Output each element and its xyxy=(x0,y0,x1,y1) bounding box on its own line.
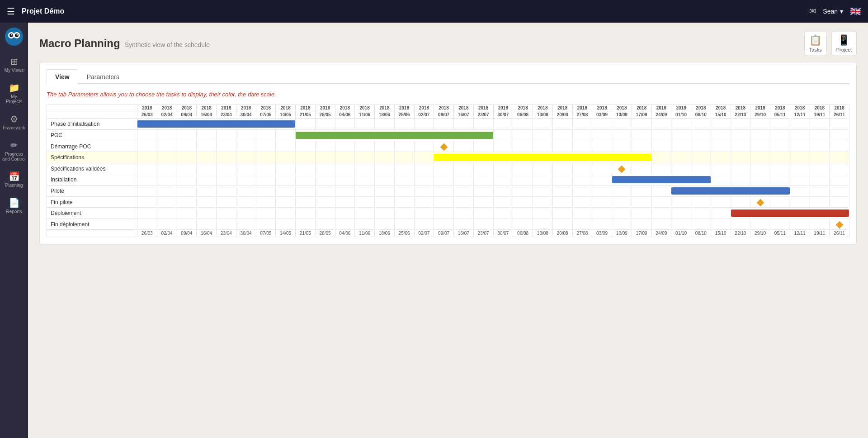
gantt-cell xyxy=(454,141,474,152)
tab-view[interactable]: View xyxy=(47,69,78,84)
gantt-cell xyxy=(177,197,197,208)
gantt-cell xyxy=(335,152,355,163)
gantt-cell xyxy=(592,141,612,152)
gantt-cell xyxy=(454,186,474,197)
gantt-cell xyxy=(473,163,493,174)
gantt-cell xyxy=(394,197,414,208)
gantt-cell xyxy=(671,208,691,219)
task-label: Installation xyxy=(47,174,137,186)
gantt-cell xyxy=(671,119,691,130)
gantt-cell xyxy=(434,119,454,130)
gantt-cell xyxy=(315,219,335,230)
gantt-cell xyxy=(137,163,157,174)
table-row: Spécifications validées xyxy=(47,163,849,174)
app-logo xyxy=(5,27,24,48)
gantt-cell xyxy=(731,208,849,219)
gantt-cell xyxy=(651,197,671,208)
gantt-cell xyxy=(651,130,671,141)
gantt-cell xyxy=(137,197,157,208)
gantt-cell xyxy=(592,130,612,141)
gantt-cell xyxy=(750,130,770,141)
gantt-cell xyxy=(414,208,434,219)
gantt-cell xyxy=(137,130,157,141)
gantt-cell xyxy=(296,219,316,230)
gantt-cell xyxy=(157,219,177,230)
gantt-cell xyxy=(197,130,217,141)
gantt-cell xyxy=(691,197,711,208)
gantt-cell xyxy=(473,208,493,219)
gantt-cell xyxy=(394,152,414,163)
gantt-cell xyxy=(434,219,454,230)
gantt-cell xyxy=(335,219,355,230)
gantt-cell xyxy=(572,174,592,186)
gantt-cell xyxy=(770,141,790,152)
gantt-cell xyxy=(572,119,592,130)
gantt-cell xyxy=(632,197,651,208)
gantt-cell xyxy=(711,163,731,174)
language-flag[interactable]: 🇬🇧 xyxy=(850,6,861,17)
gantt-cell xyxy=(731,174,750,186)
gantt-cell xyxy=(810,141,830,152)
gantt-cell xyxy=(770,163,790,174)
gantt-cell xyxy=(236,186,256,197)
tasks-button[interactable]: 📋 Tasks xyxy=(804,32,827,55)
gantt-cell xyxy=(375,163,395,174)
gantt-cell xyxy=(513,163,533,174)
gantt-cell xyxy=(197,152,217,163)
gantt-cell xyxy=(434,208,454,219)
gantt-cell xyxy=(750,119,770,130)
gantt-cell xyxy=(770,119,790,130)
mail-icon[interactable]: ✉ xyxy=(809,6,816,16)
sidebar-item-my-projects[interactable]: 📁 My Projects xyxy=(0,79,28,108)
gantt-cell xyxy=(315,163,335,174)
gantt-cell xyxy=(315,141,335,152)
gantt-cell xyxy=(335,174,355,186)
task-label: Spécifications xyxy=(47,152,137,163)
gantt-cell xyxy=(177,141,197,152)
gantt-cell xyxy=(731,219,750,230)
gantt-cell xyxy=(157,197,177,208)
project-button[interactable]: 📱 Project xyxy=(831,32,857,55)
gantt-cell xyxy=(315,119,335,130)
gantt-cell xyxy=(711,197,731,208)
gantt-cell xyxy=(394,141,414,152)
gantt-cell xyxy=(533,186,553,197)
hamburger-icon[interactable]: ☰ xyxy=(7,6,15,17)
gantt-cell xyxy=(731,197,750,208)
gantt-cell xyxy=(810,186,830,197)
gantt-cell xyxy=(394,119,414,130)
tasks-icon: 📋 xyxy=(809,34,821,46)
gantt-cell xyxy=(236,130,256,141)
gantt-cell xyxy=(592,174,612,186)
gantt-cell xyxy=(790,119,810,130)
gantt-cell xyxy=(355,197,375,208)
gantt-cell xyxy=(592,186,612,197)
folder-icon: 📁 xyxy=(9,82,20,93)
user-menu[interactable]: Sean ▾ xyxy=(823,8,843,15)
gantt-cell xyxy=(671,197,691,208)
sidebar-item-framework[interactable]: ⚙ Framework xyxy=(0,110,28,134)
gantt-cell xyxy=(335,163,355,174)
gantt-cell xyxy=(335,197,355,208)
sidebar-item-progress-control[interactable]: ✏ Progress and Control xyxy=(0,136,28,165)
gantt-cell xyxy=(533,163,553,174)
gantt-cell xyxy=(197,219,217,230)
gantt-cell xyxy=(572,219,592,230)
gantt-cell xyxy=(355,152,375,163)
tasks-label: Tasks xyxy=(809,47,822,52)
gantt-cell xyxy=(750,163,770,174)
sidebar-item-planning[interactable]: 📅 Planning xyxy=(0,167,28,191)
gantt-cell xyxy=(612,197,632,208)
user-name: Sean xyxy=(823,8,838,15)
main-content: Macro Planning Synthetic view of the sch… xyxy=(28,23,868,438)
gantt-cell xyxy=(750,174,770,186)
gantt-cell xyxy=(830,197,849,208)
gantt-cell xyxy=(612,208,632,219)
gantt-cell xyxy=(296,174,316,186)
sidebar-item-reports[interactable]: 📄 Reports xyxy=(0,194,28,218)
gantt-cell xyxy=(276,186,296,197)
gantt-cell xyxy=(533,197,553,208)
sidebar-item-my-views[interactable]: ⊞ My Views xyxy=(0,52,28,76)
gantt-cell xyxy=(355,163,375,174)
tab-parameters[interactable]: Parameters xyxy=(78,69,128,84)
